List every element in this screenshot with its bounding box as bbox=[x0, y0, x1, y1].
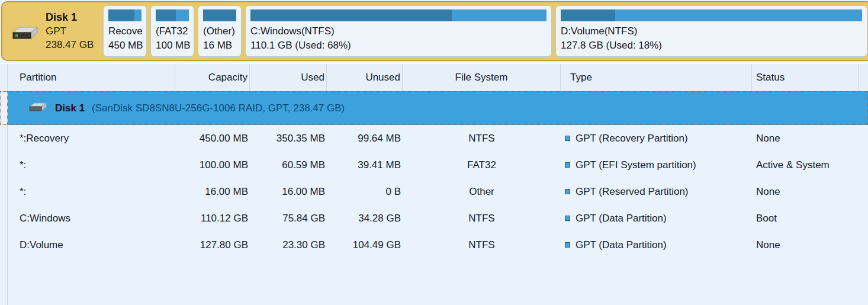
partition-row[interactable]: *:Recovery 450.00 MB 350.35 MB 99.64 MB … bbox=[0, 125, 868, 152]
partition-block[interactable]: (Other) 16 MB bbox=[198, 5, 242, 57]
partition-type-icon bbox=[565, 242, 570, 248]
hard-disk-small-icon bbox=[28, 101, 48, 115]
usage-bar-used bbox=[203, 9, 236, 21]
column-header-partition[interactable]: Partition bbox=[8, 64, 175, 91]
cell-end bbox=[859, 232, 868, 258]
cell-type: GPT (EFI System partition) bbox=[561, 152, 752, 178]
partition-table: Partition Capacity Used Unused File Syst… bbox=[0, 63, 868, 305]
cell-unused: 99.64 MB bbox=[327, 125, 403, 152]
hard-disk-icon bbox=[9, 24, 39, 46]
cell-used: 23.30 GB bbox=[250, 232, 327, 258]
cell-used: 75.84 GB bbox=[250, 205, 327, 232]
partition-block[interactable]: Recove 450 MB bbox=[103, 5, 147, 57]
cell-capacity: 100.00 MB bbox=[175, 152, 250, 178]
partition-block[interactable]: D:Volume(NTFS) 127.8 GB (Used: 18%) bbox=[555, 5, 867, 57]
partition-block-size: 100 MB bbox=[156, 38, 189, 53]
row-gutter-cell bbox=[0, 152, 8, 178]
cell-file-system: Other bbox=[403, 178, 561, 205]
usage-bar bbox=[203, 9, 236, 21]
partition-block[interactable]: C:Windows(NTFS) 110.1 GB (Used: 68%) bbox=[245, 5, 552, 57]
usage-bar-used bbox=[561, 9, 615, 21]
cell-type-label: GPT (Data Partition) bbox=[576, 213, 667, 224]
cell-unused: 39.41 MB bbox=[327, 152, 403, 178]
cell-used: 350.35 MB bbox=[250, 125, 327, 152]
disk-name: Disk 1 bbox=[46, 11, 94, 24]
disk-size: 238.47 GB bbox=[46, 38, 94, 52]
disk-row-details: (SanDisk SD8SN8U-256G-1006 RAID, GPT, 23… bbox=[92, 102, 345, 114]
cell-type-label: GPT (Data Partition) bbox=[576, 239, 667, 251]
partition-block-size: 16 MB bbox=[203, 38, 236, 53]
cell-unused: 34.28 GB bbox=[327, 205, 403, 232]
disk-map-disk-info[interactable]: Disk 1 GPT 238.47 GB bbox=[7, 5, 99, 57]
cell-capacity: 127.80 GB bbox=[175, 232, 250, 258]
cell-partition: *: bbox=[8, 152, 175, 178]
cell-type-label: GPT (EFI System partition) bbox=[576, 159, 696, 171]
cell-unused: 104.49 GB bbox=[327, 232, 403, 258]
row-gutter-cell bbox=[0, 125, 8, 152]
partition-block[interactable]: (FAT32 100 MB bbox=[150, 5, 194, 57]
disk-summary-row-selected[interactable]: Disk 1 (SanDisk SD8SN8U-256G-1006 RAID, … bbox=[0, 91, 868, 125]
usage-bar bbox=[561, 9, 862, 21]
disk-row-name: Disk 1 bbox=[55, 102, 85, 114]
row-gutter-cell bbox=[0, 205, 8, 232]
header-end-cell bbox=[859, 64, 868, 91]
column-header-type[interactable]: Type bbox=[561, 64, 752, 91]
cell-status: Boot bbox=[752, 205, 859, 232]
partition-type-icon bbox=[565, 136, 570, 141]
cell-end bbox=[859, 152, 868, 178]
cell-file-system: NTFS bbox=[403, 125, 561, 152]
cell-capacity: 450.00 MB bbox=[175, 125, 250, 152]
partition-block-label: Recove bbox=[108, 24, 142, 38]
column-header-status[interactable]: Status bbox=[752, 64, 859, 91]
usage-bar bbox=[250, 9, 546, 21]
column-header-unused[interactable]: Unused bbox=[327, 64, 403, 91]
cell-type-label: GPT (Recovery Partition) bbox=[576, 133, 688, 145]
partition-block-size: 127.8 GB (Used: 18%) bbox=[561, 38, 862, 53]
disk-partition-table: GPT bbox=[46, 24, 94, 38]
cell-partition: *:Recovery bbox=[8, 125, 175, 152]
cell-status: None bbox=[752, 178, 859, 205]
cell-partition: *: bbox=[8, 178, 175, 205]
usage-bar-used bbox=[108, 9, 134, 21]
usage-bar bbox=[108, 9, 142, 21]
disk-map-bar: Disk 1 GPT 238.47 GB Recove 450 MB (FAT3… bbox=[1, 1, 868, 61]
partition-block-size: 450 MB bbox=[108, 38, 142, 53]
cell-status: Active & System bbox=[752, 152, 859, 178]
column-header-capacity[interactable]: Capacity bbox=[175, 64, 250, 91]
partition-row[interactable]: D:Volume 127.80 GB 23.30 GB 104.49 GB NT… bbox=[0, 232, 868, 258]
cell-type-label: GPT (Reserved Partition) bbox=[576, 186, 689, 198]
cell-file-system: NTFS bbox=[403, 232, 561, 258]
header-gutter-cell bbox=[0, 64, 8, 91]
partition-row[interactable]: C:Windows 110.12 GB 75.84 GB 34.28 GB NT… bbox=[0, 205, 868, 232]
partition-type-icon bbox=[565, 162, 570, 168]
usage-bar-used bbox=[250, 9, 452, 21]
usage-bar-used bbox=[156, 9, 176, 21]
table-header-row: Partition Capacity Used Unused File Syst… bbox=[0, 64, 868, 91]
cell-capacity: 110.12 GB bbox=[175, 205, 250, 232]
partition-block-size: 110.1 GB (Used: 68%) bbox=[250, 38, 546, 53]
cell-end bbox=[859, 178, 868, 205]
row-gutter-cell bbox=[0, 232, 8, 258]
row-gutter-cell bbox=[0, 91, 8, 125]
cell-type: GPT (Recovery Partition) bbox=[561, 125, 752, 152]
partition-type-icon bbox=[565, 189, 570, 194]
cell-used: 16.00 MB bbox=[250, 178, 327, 205]
partition-block-label: (FAT32 bbox=[156, 24, 189, 38]
cell-file-system: NTFS bbox=[403, 205, 561, 232]
partition-row[interactable]: *: 100.00 MB 60.59 MB 39.41 MB FAT32 GPT… bbox=[0, 152, 868, 178]
partition-block-label: D:Volume(NTFS) bbox=[561, 24, 862, 38]
partition-row[interactable]: *: 16.00 MB 16.00 MB 0 B Other GPT (Rese… bbox=[0, 178, 868, 205]
column-header-used[interactable]: Used bbox=[250, 64, 327, 91]
cell-status: None bbox=[752, 125, 859, 152]
cell-file-system: FAT32 bbox=[403, 152, 561, 178]
cell-end bbox=[859, 125, 868, 152]
cell-type: GPT (Reserved Partition) bbox=[561, 178, 752, 205]
partition-blocks: Recove 450 MB (FAT32 100 MB (Other) 16 M… bbox=[103, 5, 867, 57]
cell-type: GPT (Data Partition) bbox=[561, 205, 752, 232]
column-header-file-system[interactable]: File System bbox=[403, 64, 561, 91]
partition-block-label: (Other) bbox=[203, 24, 236, 38]
filler-gutter-cell bbox=[0, 258, 8, 305]
cell-status: None bbox=[752, 232, 859, 258]
cell-partition: D:Volume bbox=[8, 232, 175, 258]
table-empty-area bbox=[0, 258, 868, 305]
